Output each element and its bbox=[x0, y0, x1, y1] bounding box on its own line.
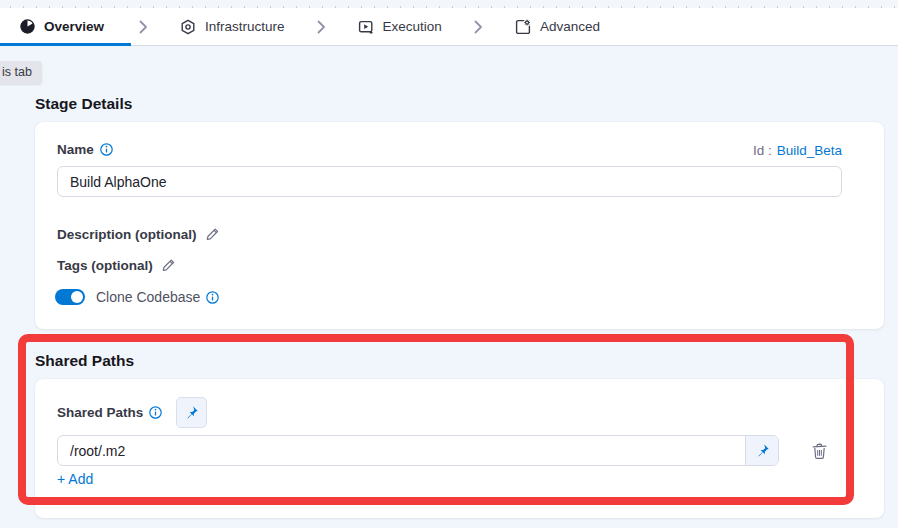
execution-icon bbox=[358, 19, 374, 35]
name-label: Name bbox=[57, 142, 113, 157]
tab-execution[interactable]: Execution bbox=[334, 8, 466, 45]
stage-details-heading: Stage Details bbox=[35, 95, 132, 113]
pin-icon bbox=[755, 443, 770, 458]
shared-paths-label: Shared Paths bbox=[57, 405, 162, 420]
description-label: Description (optional) bbox=[57, 227, 197, 242]
infrastructure-icon bbox=[180, 19, 196, 35]
clone-codebase-label: Clone Codebase bbox=[96, 289, 219, 305]
clone-codebase-label-text: Clone Codebase bbox=[96, 289, 200, 305]
tab-label: Advanced bbox=[540, 19, 600, 34]
name-label-text: Name bbox=[57, 142, 94, 157]
info-icon[interactable] bbox=[100, 143, 113, 156]
tab-infrastructure[interactable]: Infrastructure bbox=[156, 8, 309, 45]
pipeline-canvas-dots bbox=[0, 0, 898, 8]
tab-advanced[interactable]: Advanced bbox=[491, 8, 624, 45]
shared-paths-card: Shared Paths + Add bbox=[35, 379, 884, 518]
tags-label: Tags (optional) bbox=[57, 258, 153, 273]
stage-tabbar: Overview Infrastructure Execution bbox=[0, 8, 898, 46]
stage-details-card: Name Id : Build_Beta Description (option… bbox=[35, 122, 884, 329]
overview-icon bbox=[20, 19, 35, 34]
shared-path-input-group bbox=[57, 435, 779, 466]
shared-paths-label-row: Shared Paths bbox=[57, 405, 162, 420]
pin-input-suffix[interactable] bbox=[745, 436, 778, 465]
edit-pencil-icon[interactable] bbox=[205, 227, 220, 242]
advanced-icon bbox=[515, 19, 531, 35]
clone-codebase-toggle[interactable] bbox=[55, 289, 85, 305]
info-icon[interactable] bbox=[149, 406, 162, 419]
pin-field-button[interactable] bbox=[176, 397, 207, 428]
info-icon[interactable] bbox=[206, 291, 219, 304]
shared-path-input[interactable] bbox=[58, 436, 745, 465]
shared-paths-label-text: Shared Paths bbox=[57, 405, 143, 420]
tab-label: Execution bbox=[383, 19, 442, 34]
stage-name-input[interactable] bbox=[57, 166, 842, 197]
pin-icon bbox=[184, 405, 199, 420]
chevron-right-icon bbox=[309, 8, 334, 45]
name-label-row: Name bbox=[57, 142, 113, 157]
tags-row: Tags (optional) bbox=[57, 258, 176, 273]
tab-label: Overview bbox=[44, 19, 104, 34]
add-path-button[interactable]: + Add bbox=[57, 471, 93, 487]
stage-id-row: Id : Build_Beta bbox=[753, 143, 842, 158]
clipped-tooltip: is tab bbox=[0, 61, 42, 84]
stage-config-page: Overview Infrastructure Execution bbox=[0, 0, 898, 528]
delete-path-button[interactable] bbox=[806, 438, 832, 464]
tab-label: Infrastructure bbox=[205, 19, 285, 34]
clone-codebase-row: Clone Codebase bbox=[55, 289, 219, 305]
chevron-right-icon bbox=[466, 8, 491, 45]
description-row: Description (optional) bbox=[57, 227, 220, 242]
id-label: Id : bbox=[753, 143, 772, 158]
shared-paths-heading: Shared Paths bbox=[35, 352, 134, 370]
id-value-link[interactable]: Build_Beta bbox=[777, 143, 842, 158]
trash-icon bbox=[811, 442, 828, 461]
tooltip-text: is tab bbox=[2, 65, 32, 79]
edit-pencil-icon[interactable] bbox=[161, 258, 176, 273]
tab-overview[interactable]: Overview bbox=[0, 8, 131, 45]
chevron-right-icon bbox=[131, 8, 156, 45]
